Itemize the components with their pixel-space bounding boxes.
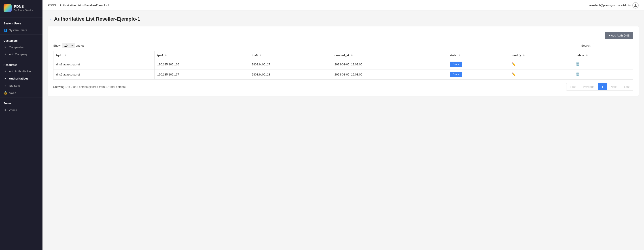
pagination-row: Showing 1 to 2 of 2 entries (filtered fr…: [53, 83, 633, 90]
sidebar-item-zones[interactable]: ≡ Zones: [0, 106, 42, 113]
show-entries: Show 10 25 50 100 entries: [53, 43, 84, 48]
page-header: → Authoritative List Reseller-Ejemplo-1: [48, 16, 639, 22]
page-content: → Authoritative List Reseller-Ejemplo-1 …: [42, 11, 644, 250]
stats-button[interactable]: Stats: [450, 62, 462, 67]
add-auth-dns-button[interactable]: + Add Auth DNS: [605, 32, 633, 39]
col-ipv6: ipv6 ⇅: [249, 51, 332, 59]
delete-icon[interactable]: 🗑️: [576, 62, 580, 66]
cell-created-at: 2023-01-05_19:03:00: [332, 69, 447, 79]
sort-icon: ⇅: [523, 54, 524, 57]
topbar: PDNS › Authoritative List > Reseller-Eje…: [42, 0, 644, 11]
cell-ipv6: 2803:bc00::17: [249, 59, 332, 69]
search-bar: Search:: [581, 43, 633, 48]
sort-icon: ⇅: [351, 54, 353, 57]
cell-ipv6: 2803:bc00::18: [249, 69, 332, 79]
col-created-at: created_at ⇅: [332, 51, 447, 59]
edit-icon[interactable]: ✏️: [512, 72, 516, 76]
section-resources: Resources: [0, 60, 42, 68]
col-ipv4: ipv4 ⇅: [154, 51, 249, 59]
sidebar-item-system-users[interactable]: 👥 System Users: [0, 27, 42, 34]
main-content: PDNS › Authoritative List > Reseller-Eje…: [42, 0, 644, 250]
sort-icon: ⇅: [165, 54, 166, 57]
table-row: dns2.avascorp.net 190.185.106.167 2803:b…: [54, 69, 633, 79]
sort-icon: ⇅: [259, 54, 261, 57]
cell-ipv4: 190.185.106.167: [154, 69, 249, 79]
sort-icon: ⇅: [64, 54, 66, 57]
col-fqdn: fqdn ⇅: [54, 51, 154, 59]
sidebar-item-label: Authoritatives: [9, 77, 28, 80]
avatar[interactable]: [632, 2, 639, 9]
app-subtitle: DNS as a Service: [14, 9, 33, 12]
sidebar-item-label: ACLs: [9, 91, 16, 94]
breadcrumb-current: Authoritative List > Reseller-Ejemplo-1: [60, 4, 109, 7]
showing-text: Showing 1 to 2 of 2 entries (filtered fr…: [53, 85, 126, 88]
table-row: dns1.avascorp.net 190.185.106.166 2803:b…: [54, 59, 633, 69]
sidebar-item-ns-sets[interactable]: ≡ NS-Sets: [0, 82, 42, 89]
svg-point-0: [635, 4, 636, 5]
table-controls: Show 10 25 50 100 entries Search:: [53, 43, 633, 48]
sidebar-item-add-authoritative[interactable]: + Add Authoritative: [0, 68, 42, 75]
table-body: dns1.avascorp.net 190.185.106.166 2803:b…: [54, 59, 633, 79]
arrow-icon: →: [48, 17, 52, 22]
sort-icon: ⇅: [586, 54, 588, 57]
list-icon: ≡: [4, 46, 7, 49]
logo-icon: [4, 4, 12, 12]
breadcrumb: PDNS › Authoritative List > Reseller-Eje…: [48, 4, 109, 7]
cell-ipv4: 190.185.106.166: [154, 59, 249, 69]
cell-modify: ✏️: [509, 59, 573, 69]
current-page-button[interactable]: 1: [598, 83, 607, 90]
pagination: First Previous 1 Next Last: [566, 83, 633, 90]
sidebar-item-label: Add Company: [9, 53, 27, 56]
cell-delete: 🗑️: [573, 59, 633, 69]
edit-icon[interactable]: ✏️: [512, 62, 516, 66]
cell-stats: Stats: [447, 69, 509, 79]
list-icon: ≡: [4, 108, 7, 112]
main-card: + Add Auth DNS Show 10 25 50 100 entries…: [48, 27, 639, 96]
page-title: Authoritative List Reseller-Ejemplo-1: [54, 16, 140, 22]
plus-icon: +: [4, 70, 7, 73]
sidebar-item-label: NS-Sets: [9, 84, 20, 87]
app-logo: PDNS DNS as a Service: [0, 0, 42, 16]
last-page-button[interactable]: Last: [620, 83, 633, 90]
cell-stats: Stats: [447, 59, 509, 69]
search-label: Search:: [581, 44, 591, 47]
show-label: Show: [53, 44, 60, 47]
sidebar-item-label: Companies: [9, 46, 24, 49]
sidebar-item-label: Zones: [9, 108, 17, 112]
sidebar-item-add-company[interactable]: + Add Company: [0, 51, 42, 58]
previous-page-button[interactable]: Previous: [580, 83, 598, 90]
list-icon: ≡: [4, 77, 7, 80]
topbar-user: reseller1@planisys.com - Admin: [589, 2, 639, 9]
entries-select[interactable]: 10 25 50 100: [62, 43, 74, 48]
first-page-button[interactable]: First: [566, 83, 580, 90]
sidebar: PDNS DNS as a Service System Users 👥 Sys…: [0, 0, 42, 250]
sidebar-item-authoritatives[interactable]: ≡ Authoritatives: [0, 75, 42, 82]
section-system-users: System Users: [0, 18, 42, 27]
section-zones: Zones: [0, 98, 42, 106]
plus-icon: +: [4, 53, 7, 56]
breadcrumb-root[interactable]: PDNS: [48, 4, 56, 7]
sidebar-item-companies[interactable]: ≡ Companies: [0, 44, 42, 51]
toolbar-row: + Add Auth DNS: [53, 32, 633, 39]
sidebar-item-acls[interactable]: 🔒 ACLs: [0, 89, 42, 96]
next-page-button[interactable]: Next: [607, 83, 620, 90]
list-icon: ≡: [4, 84, 7, 87]
col-stats: stats ⇅: [447, 51, 509, 59]
delete-icon[interactable]: 🗑️: [576, 72, 580, 76]
cell-delete: 🗑️: [573, 69, 633, 79]
cell-fqdn: dns1.avascorp.net: [54, 59, 154, 69]
cell-fqdn: dns2.avascorp.net: [54, 69, 154, 79]
stats-button[interactable]: Stats: [450, 72, 462, 77]
lock-icon: 🔒: [4, 91, 7, 94]
search-input[interactable]: [593, 43, 633, 48]
col-delete: delete ⇅: [573, 51, 633, 59]
app-title: PDNS: [14, 5, 33, 9]
col-modify: modify ⇅: [509, 51, 573, 59]
cell-modify: ✏️: [509, 69, 573, 79]
section-customers: Customers: [0, 36, 42, 44]
user-label: reseller1@planisys.com - Admin: [589, 4, 630, 7]
users-icon: 👥: [4, 28, 7, 32]
sidebar-item-label: Add Authoritative: [9, 70, 31, 73]
sidebar-item-label: System Users: [9, 29, 27, 32]
data-table: fqdn ⇅ ipv4 ⇅ ipv6 ⇅ created_at ⇅ stats …: [53, 51, 633, 79]
